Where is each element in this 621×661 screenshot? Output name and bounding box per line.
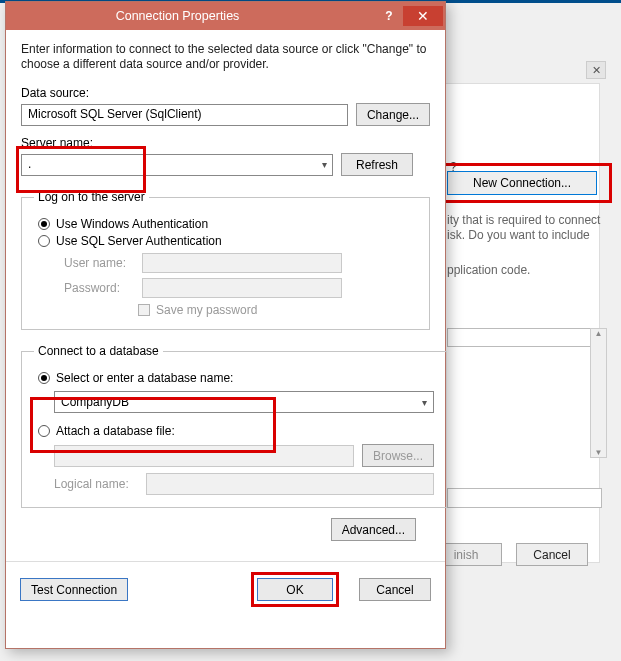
username-label: User name: <box>64 256 134 270</box>
wizard-helper-text-1: ity that is required to connect isk. Do … <box>447 213 612 243</box>
connect-db-group: Connect to a database Select or enter a … <box>21 344 447 508</box>
connect-db-legend: Connect to a database <box>34 344 163 358</box>
wizard-scrollbar[interactable]: ▲ ▼ <box>590 328 607 458</box>
radio-attach-db-label: Attach a database file: <box>56 424 175 438</box>
logon-group: Log on to the server Use Windows Authent… <box>21 190 430 330</box>
radio-select-db-label: Select or enter a database name: <box>56 371 233 385</box>
password-label: Password: <box>64 281 134 295</box>
logon-legend: Log on to the server <box>34 190 149 204</box>
radio-windows-auth-label: Use Windows Authentication <box>56 217 208 231</box>
cancel-button[interactable]: Cancel <box>359 578 431 601</box>
database-name-value: CompanyDB <box>61 395 129 409</box>
new-connection-button[interactable]: New Connection... <box>447 171 597 195</box>
data-source-label: Data source: <box>21 86 430 100</box>
test-connection-button[interactable]: Test Connection <box>20 578 128 601</box>
radio-attach-db[interactable]: Attach a database file: <box>38 424 434 438</box>
highlight-new-connection: New Connection... <box>432 163 612 203</box>
logical-name-row: Logical name: <box>54 473 434 495</box>
attach-file-row: Browse... <box>54 444 434 467</box>
refresh-button[interactable]: Refresh <box>341 153 413 176</box>
password-row: Password: <box>64 278 417 298</box>
ok-button[interactable]: OK <box>257 578 333 601</box>
chevron-down-icon: ▾ <box>422 397 427 408</box>
scroll-up-icon[interactable]: ▲ <box>595 329 603 338</box>
dialog-title: Connection Properties <box>20 9 335 23</box>
data-source-field: Microsoft SQL Server (SqlClient) <box>21 104 348 126</box>
dialog-intro-text: Enter information to connect to the sele… <box>21 42 430 72</box>
username-row: User name: <box>64 253 417 273</box>
radio-icon <box>38 235 50 247</box>
connection-properties-dialog: Connection Properties ? ✕ Enter informat… <box>5 1 446 649</box>
radio-windows-auth[interactable]: Use Windows Authentication <box>38 217 417 231</box>
wizard-close-button[interactable]: ✕ <box>586 61 606 79</box>
radio-icon <box>38 425 50 437</box>
server-name-combo[interactable]: . ▾ <box>21 154 333 176</box>
save-password-label: Save my password <box>156 303 257 317</box>
close-button[interactable]: ✕ <box>403 6 443 26</box>
radio-icon <box>38 372 50 384</box>
checkbox-icon <box>138 304 150 316</box>
save-password-row: Save my password <box>138 303 417 317</box>
radio-sql-auth[interactable]: Use SQL Server Authentication <box>38 234 417 248</box>
wizard-footer-buttons: inish Cancel <box>430 543 588 566</box>
database-name-combo[interactable]: CompanyDB ▾ <box>54 391 434 413</box>
radio-icon <box>38 218 50 230</box>
dialog-titlebar[interactable]: Connection Properties ? ✕ <box>6 2 445 30</box>
scroll-down-icon[interactable]: ▼ <box>595 448 603 457</box>
server-name-input[interactable]: . <box>21 154 333 176</box>
dialog-body: Enter information to connect to the sele… <box>6 30 445 553</box>
logical-name-label: Logical name: <box>54 477 138 491</box>
server-name-label: Server name: <box>21 136 430 150</box>
dialog-footer: Test Connection OK Cancel <box>6 561 445 607</box>
wizard-helper-text-2: pplication code. <box>447 263 612 277</box>
change-button[interactable]: Change... <box>356 103 430 126</box>
radio-select-db[interactable]: Select or enter a database name: <box>38 371 434 385</box>
help-button[interactable]: ? <box>375 6 403 26</box>
password-input <box>142 278 342 298</box>
username-input <box>142 253 342 273</box>
advanced-button[interactable]: Advanced... <box>331 518 416 541</box>
browse-button: Browse... <box>362 444 434 467</box>
wizard-textbox-2[interactable] <box>447 488 602 508</box>
radio-sql-auth-label: Use SQL Server Authentication <box>56 234 222 248</box>
wizard-textbox-1[interactable] <box>447 328 602 347</box>
logical-name-input <box>146 473 434 495</box>
highlight-ok: OK <box>251 572 339 607</box>
attach-file-input <box>54 445 354 467</box>
wizard-cancel-button[interactable]: Cancel <box>516 543 588 566</box>
